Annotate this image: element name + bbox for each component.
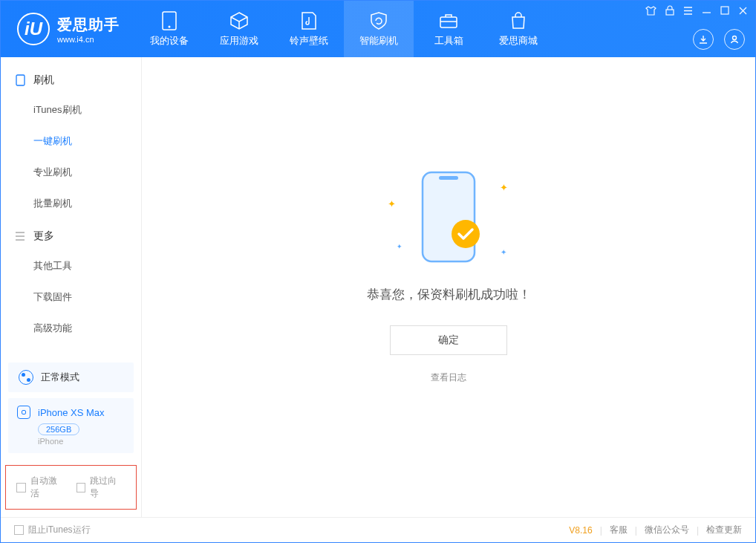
footer: 阻止iTunes运行 V8.16 | 客服 | 微信公众号 | 检查更新 bbox=[1, 517, 755, 542]
tab-label: 铃声壁纸 bbox=[290, 35, 328, 48]
svg-rect-2 bbox=[440, 17, 457, 27]
tab-apps-games[interactable]: 应用游戏 bbox=[204, 1, 274, 57]
svg-point-5 bbox=[733, 36, 737, 40]
body: 刷机 iTunes刷机 一键刷机 专业刷机 批量刷机 更多 其他工具 下载固件 … bbox=[1, 57, 755, 517]
sparkle-icon: ✦ bbox=[388, 198, 396, 209]
sidebar-item-download-firmware[interactable]: 下载固件 bbox=[1, 282, 141, 313]
mode-status[interactable]: 正常模式 bbox=[8, 362, 134, 392]
svg-rect-3 bbox=[666, 10, 674, 15]
profile-button[interactable] bbox=[724, 29, 745, 50]
logo-icon: iU bbox=[17, 13, 50, 45]
tab-label: 工具箱 bbox=[434, 35, 463, 48]
checkbox-block-itunes[interactable]: 阻止iTunes运行 bbox=[14, 524, 91, 536]
svg-point-1 bbox=[169, 25, 171, 27]
app-url: www.i4.cn bbox=[57, 35, 120, 44]
tab-ringtones-wallpapers[interactable]: 铃声壁纸 bbox=[274, 1, 344, 57]
device-name: iPhone XS Max bbox=[38, 407, 105, 418]
checkbox-icon bbox=[76, 483, 86, 492]
bag-icon bbox=[508, 11, 529, 30]
footer-right: V8.16 | 客服 | 微信公众号 | 检查更新 bbox=[569, 524, 742, 536]
menu-icon[interactable] bbox=[683, 5, 693, 16]
device-phone-icon bbox=[17, 406, 30, 419]
sparkle-icon: ✦ bbox=[501, 248, 506, 256]
shirt-icon[interactable] bbox=[645, 5, 656, 16]
close-button[interactable] bbox=[738, 5, 748, 16]
sidebar-item-batch-flash[interactable]: 批量刷机 bbox=[1, 188, 141, 219]
tab-label: 应用游戏 bbox=[220, 35, 258, 48]
success-block: ✦ ✦ ✦ ✦ 恭喜您，保资料刷机成功啦！ 确定 查看日志 bbox=[367, 161, 531, 384]
checkbox-label: 自动激活 bbox=[30, 475, 66, 500]
title-controls bbox=[645, 5, 748, 16]
check-update-link[interactable]: 检查更新 bbox=[706, 524, 742, 536]
content: ✦ ✦ ✦ ✦ 恭喜您，保资料刷机成功啦！ 确定 查看日志 bbox=[142, 57, 755, 517]
toolbox-icon bbox=[438, 11, 459, 30]
header-actions bbox=[693, 29, 745, 50]
maximize-button[interactable] bbox=[720, 5, 729, 16]
checkbox-label: 阻止iTunes运行 bbox=[28, 524, 91, 536]
checkbox-icon bbox=[16, 483, 26, 492]
success-illustration: ✦ ✦ ✦ ✦ bbox=[374, 161, 523, 273]
view-log-link[interactable]: 查看日志 bbox=[431, 371, 466, 384]
tab-label: 我的设备 bbox=[150, 35, 189, 48]
sparkle-icon: ✦ bbox=[500, 182, 508, 193]
cube-icon bbox=[229, 11, 250, 30]
svg-rect-6 bbox=[16, 75, 25, 85]
wechat-link[interactable]: 微信公众号 bbox=[645, 524, 689, 536]
sidebar-group-more: 更多 bbox=[1, 219, 141, 250]
phone-icon bbox=[14, 74, 26, 86]
checkbox-label: 跳过向导 bbox=[90, 475, 126, 500]
checkbox-auto-activate[interactable]: 自动激活 bbox=[16, 475, 66, 500]
tab-smart-flash[interactable]: 智能刷机 bbox=[344, 1, 414, 57]
sidebar: 刷机 iTunes刷机 一键刷机 专业刷机 批量刷机 更多 其他工具 下载固件 … bbox=[1, 57, 142, 517]
device-capacity: 256GB bbox=[38, 423, 79, 435]
sidebar-item-pro-flash[interactable]: 专业刷机 bbox=[1, 157, 141, 188]
mode-icon bbox=[19, 370, 33, 385]
download-button[interactable] bbox=[693, 29, 714, 50]
tab-toolbox[interactable]: 工具箱 bbox=[414, 1, 483, 57]
support-link[interactable]: 客服 bbox=[610, 524, 628, 536]
header: iU 爱思助手 www.i4.cn 我的设备 应用游戏 bbox=[1, 1, 755, 57]
app-window: iU 爱思助手 www.i4.cn 我的设备 应用游戏 bbox=[0, 0, 756, 543]
tab-store[interactable]: 爱思商城 bbox=[483, 1, 553, 57]
sidebar-group-flash: 刷机 bbox=[1, 63, 141, 94]
version-label: V8.16 bbox=[569, 525, 592, 536]
device-icon bbox=[159, 11, 180, 30]
group-title: 更多 bbox=[33, 230, 54, 243]
device-card[interactable]: iPhone XS Max 256GB iPhone bbox=[8, 398, 134, 453]
options-row: 自动激活 跳过向导 bbox=[5, 465, 137, 510]
sidebar-item-oneclick-flash[interactable]: 一键刷机 bbox=[1, 126, 141, 157]
device-type: iPhone bbox=[38, 437, 125, 446]
lock-icon[interactable] bbox=[665, 5, 674, 16]
tab-label: 爱思商城 bbox=[499, 35, 538, 48]
footer-left: 阻止iTunes运行 bbox=[14, 524, 91, 536]
tab-my-device[interactable]: 我的设备 bbox=[134, 1, 204, 57]
sparkle-icon: ✦ bbox=[397, 243, 403, 250]
refresh-shield-icon bbox=[368, 11, 389, 30]
group-title: 刷机 bbox=[33, 74, 54, 87]
minimize-button[interactable] bbox=[702, 5, 711, 16]
sidebar-item-itunes-flash[interactable]: iTunes刷机 bbox=[1, 94, 141, 126]
logo-block: iU 爱思助手 www.i4.cn bbox=[1, 1, 134, 57]
svg-point-9 bbox=[452, 220, 480, 248]
svg-rect-4 bbox=[721, 7, 729, 14]
tab-label: 智能刷机 bbox=[359, 35, 398, 48]
success-message: 恭喜您，保资料刷机成功啦！ bbox=[367, 286, 531, 303]
mode-label: 正常模式 bbox=[41, 371, 79, 384]
checkbox-skip-guide[interactable]: 跳过向导 bbox=[76, 475, 126, 500]
sidebar-item-other-tools[interactable]: 其他工具 bbox=[1, 250, 141, 282]
list-icon bbox=[14, 230, 26, 242]
main-tabs: 我的设备 应用游戏 铃声壁纸 智能刷机 bbox=[134, 1, 553, 57]
app-name: 爱思助手 bbox=[57, 15, 120, 35]
svg-rect-7 bbox=[423, 172, 475, 261]
phone-success-icon bbox=[415, 169, 482, 265]
sidebar-item-advanced[interactable]: 高级功能 bbox=[1, 313, 141, 344]
svg-rect-8 bbox=[439, 176, 458, 180]
confirm-button[interactable]: 确定 bbox=[390, 325, 507, 355]
checkbox-icon bbox=[14, 525, 24, 535]
music-file-icon bbox=[299, 11, 319, 30]
